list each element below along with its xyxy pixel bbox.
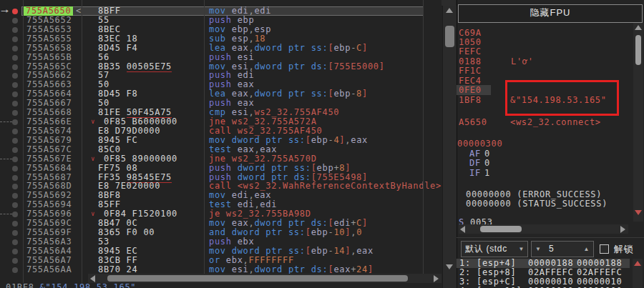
bytes-cell: 85C0: [98, 145, 121, 154]
register-line[interactable]: L'ơ': [511, 57, 534, 66]
cip-marker: <: [76, 6, 82, 16]
disasm-vscrollbar-thumb[interactable]: [445, 26, 454, 47]
row-dot-icon[interactable]: [12, 27, 18, 33]
scroll-left-icon[interactable]: [90, 275, 95, 282]
address-cell: 755A5655: [26, 34, 72, 44]
row-dot-icon[interactable]: [12, 36, 18, 42]
row-dot-icon[interactable]: [12, 110, 18, 116]
unlock-checkbox[interactable]: [600, 244, 609, 254]
row-dot-icon[interactable]: [12, 101, 18, 106]
disasm-hscrollbar-thumb[interactable]: [107, 275, 408, 282]
row-dot-icon[interactable]: [12, 64, 18, 70]
address-cell: 755A5674: [26, 126, 72, 136]
row-dot-icon[interactable]: [12, 221, 18, 227]
bytes-cell: 8945 FC: [98, 136, 137, 145]
cip-arrow-icon: →: [1, 6, 9, 16]
breakpoint-dot-icon[interactable]: [12, 9, 18, 14]
disasm-vscrollbar[interactable]: [442, 6, 457, 288]
hide-fpu-button[interactable]: 隐藏FPU: [458, 4, 643, 23]
register-line[interactable]: 0: [484, 159, 490, 168]
row-dot-icon[interactable]: [12, 119, 18, 125]
column-separator: [23, 0, 24, 283]
address-cell: 755A56A4: [26, 247, 72, 256]
row-dot-icon[interactable]: [12, 147, 18, 153]
row-dot-icon[interactable]: [12, 46, 18, 51]
bytes-cell: FF75 08: [98, 164, 137, 173]
registers-vscrollbar-thumb[interactable]: [635, 35, 641, 65]
spinner-down-icon[interactable]: ▼: [535, 242, 542, 257]
row-dot-icon[interactable]: [12, 258, 18, 264]
register-line[interactable]: IF: [469, 169, 481, 178]
status-address: 01BF8: [6, 282, 34, 288]
chevron-down-icon[interactable]: ▼: [518, 242, 525, 257]
address-cell: 755A567C: [26, 145, 72, 154]
scroll-left-icon[interactable]: [460, 226, 465, 233]
row-dot-icon[interactable]: [12, 157, 18, 162]
unlock-label: 解锁: [614, 243, 633, 256]
row-dot-icon[interactable]: [12, 138, 18, 144]
jump-dashed-line: [0, 121, 12, 122]
scroll-right-icon[interactable]: [620, 226, 625, 233]
register-line[interactable]: A5650: [459, 118, 487, 127]
scroll-up-icon[interactable]: [634, 261, 641, 266]
spinner-up-icon[interactable]: ▲: [583, 242, 590, 257]
address-cell: 755A5652: [26, 16, 72, 25]
scroll-up-icon[interactable]: [446, 8, 453, 13]
scroll-up-icon[interactable]: [635, 25, 642, 30]
debugger-window: →755A5650<8BFFmov edi,edi755A565255push …: [0, 0, 644, 288]
column-separator: [204, 0, 205, 274]
row-dot-icon[interactable]: [12, 212, 18, 217]
row-dot-icon[interactable]: [12, 202, 18, 208]
register-line[interactable]: FF1C: [459, 66, 482, 76]
row-dot-icon[interactable]: [12, 129, 18, 134]
calling-convention-dropdown[interactable]: 默认 (stdc ▼: [461, 241, 528, 257]
row-dot-icon[interactable]: [12, 175, 18, 181]
bytes-cell: 8945 EC: [98, 247, 137, 256]
spinner-value: 5: [549, 242, 554, 257]
bytes-cell: 8D45 F4: [98, 44, 137, 53]
jump-down-caret-icon: ∨: [91, 154, 95, 164]
row-dot-icon[interactable]: [12, 184, 18, 189]
registers-hscrollbar[interactable]: [459, 224, 628, 234]
address-cell: 755A5658: [26, 44, 72, 53]
row-dot-icon[interactable]: [12, 18, 18, 24]
annotation-red-box: [505, 80, 619, 116]
row-dot-icon[interactable]: [12, 193, 18, 199]
register-line[interactable]: FEFC: [459, 47, 482, 56]
scroll-down-icon[interactable]: [446, 264, 453, 269]
bytes-cell: 8B70 24: [98, 265, 137, 274]
registers-vscrollbar[interactable]: [633, 23, 643, 222]
register-line[interactable]: 00000000 (STATUS_SUCCESS): [466, 199, 608, 209]
arg-count-spinner[interactable]: ▼ 5 ▲: [531, 241, 594, 257]
disassembly-pane[interactable]: →755A5650<8BFFmov edi,edi755A565255push …: [0, 0, 441, 274]
bytes-cell: 0F85 89000000: [104, 154, 177, 164]
register-line[interactable]: DF: [469, 159, 481, 168]
panel-divider: [457, 237, 644, 238]
row-dot-icon[interactable]: [12, 166, 18, 172]
row-dot-icon[interactable]: [12, 82, 18, 88]
bytes-cell: 83CB FF: [98, 256, 137, 265]
row-dot-icon[interactable]: [12, 249, 18, 254]
disasm-row[interactable]: 755A56AA8B70 24mov esi,dword ptr ds:[eax…: [0, 265, 441, 274]
row-dot-icon[interactable]: [12, 91, 18, 97]
instruction-cell: mov esi,dword ptr ds:[eax+24]: [209, 265, 374, 274]
row-dot-icon[interactable]: [12, 239, 18, 245]
args-vscrollbar[interactable]: [633, 259, 643, 288]
register-line[interactable]: 1: [484, 169, 490, 178]
register-line[interactable]: 0FE0: [459, 86, 482, 95]
row-dot-icon[interactable]: [12, 73, 18, 79]
row-dot-icon[interactable]: [12, 267, 18, 273]
row-dot-icon[interactable]: [12, 230, 18, 236]
scroll-right-icon[interactable]: [434, 275, 439, 282]
address-cell: 755A5653: [26, 25, 72, 34]
bytes-cell: 55: [98, 16, 109, 25]
register-line[interactable]: 1BF8: [459, 96, 482, 105]
register-line[interactable]: 00000300: [457, 139, 502, 149]
disasm-hscrollbar[interactable]: [88, 274, 441, 283]
row-dot-icon[interactable]: [12, 55, 18, 61]
registers-hscrollbar-thumb[interactable]: [480, 226, 522, 232]
jump-dashed-line: [0, 159, 12, 159]
jump-dashed-line: [0, 214, 12, 214]
scroll-down-icon[interactable]: [635, 210, 642, 215]
register-line[interactable]: <ws2_32.connect>: [510, 118, 601, 127]
